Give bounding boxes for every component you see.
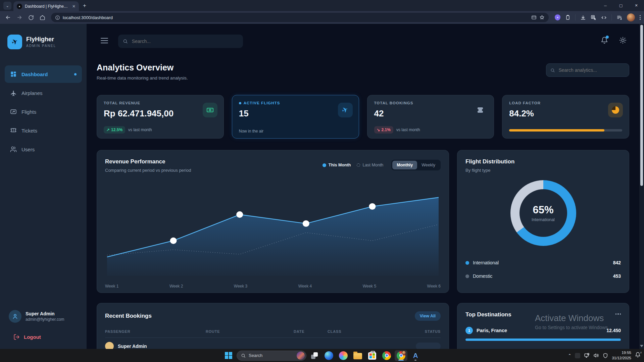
distribution-donut-chart: 65% International [510, 180, 576, 246]
new-tab-button[interactable]: + [83, 2, 86, 9]
search-icon [550, 68, 555, 73]
forward-icon[interactable] [15, 13, 24, 22]
table-row[interactable]: Super Admin [105, 342, 441, 349]
stat-note: vs last month [396, 127, 420, 132]
microsoft-store-button[interactable] [366, 350, 379, 361]
task-view-button[interactable] [308, 350, 321, 361]
browser-menu-icon[interactable] [640, 15, 641, 20]
load-factor-bar-fill [509, 129, 604, 132]
bookmark-star-icon[interactable] [539, 15, 545, 20]
distribution-title: Flight Distribution [465, 158, 621, 165]
site-info-icon[interactable] [55, 15, 60, 20]
reload-icon[interactable] [26, 13, 36, 22]
taskbar-search[interactable]: Search [237, 351, 306, 361]
toolbar-extensions: ✦ [555, 13, 641, 21]
toggle-monthly[interactable]: Monthly [392, 161, 417, 169]
passenger-name: Super Admin [118, 344, 147, 349]
recent-bookings-card: Recent Bookings View All PASSENGER ROUTE… [97, 303, 449, 349]
tab-favicon-icon: ▲ [17, 4, 22, 9]
stat-label: TOTAL BOOKINGS [374, 101, 487, 105]
browser-profile-avatar[interactable] [627, 13, 635, 21]
pinned-app-button[interactable]: A [409, 350, 422, 361]
sidebar-item-dashboard[interactable]: Dashboard [5, 65, 82, 83]
file-explorer-button[interactable] [351, 350, 364, 361]
bookings-table-header: PASSENGER ROUTE DATE CLASS STATUS [105, 329, 441, 333]
stat-value: 42 [374, 108, 487, 119]
toggle-weekly[interactable]: Weekly [417, 161, 440, 169]
window-maximize-button[interactable]: ▢ [613, 0, 629, 11]
chrome-button[interactable] [380, 350, 393, 361]
tray-app-icon[interactable] [575, 353, 580, 358]
user-email: admin@flyhigher.com [26, 317, 64, 322]
browser-toolbar: localhost:3000/dashboard ✦ [0, 11, 644, 24]
analytics-search-input[interactable] [558, 67, 625, 73]
revenue-chart-subtitle: Comparing current period vs previous per… [105, 168, 191, 173]
a-app-icon: A [413, 352, 418, 360]
sidebar-user[interactable]: Super Admin admin@flyhigher.com [9, 310, 64, 323]
copilot-button[interactable] [337, 350, 350, 361]
stat-card-total-bookings[interactable]: TOTAL BOOKINGS 42 ↘2.1% vs last month [367, 95, 494, 139]
global-search[interactable] [118, 35, 243, 48]
view-all-button[interactable]: View All [415, 311, 441, 321]
period-toggle: Monthly Weekly [391, 160, 441, 170]
sidebar-item-users[interactable]: Users [5, 141, 82, 158]
window-close-button[interactable]: ✕ [629, 0, 644, 11]
browser-tab[interactable]: ▲ Dashboard | FlyHigher Admin ✕ [13, 1, 79, 11]
notifications-button[interactable] [601, 37, 608, 45]
translate-icon[interactable] [591, 15, 596, 20]
tab-title: Dashboard | FlyHigher Admin [25, 4, 69, 9]
system-tray: ⌃ 19:55 31/12/2025 z [568, 349, 641, 362]
network-display-icon[interactable] [584, 353, 590, 358]
legend-this-month: This Month [323, 163, 351, 167]
url-bar[interactable]: localhost:3000/dashboard [51, 13, 549, 22]
devtools-code-icon[interactable] [601, 15, 607, 20]
edge-button[interactable] [323, 350, 335, 361]
home-icon[interactable] [38, 13, 47, 22]
tab-close-icon[interactable]: ✕ [71, 3, 76, 9]
back-icon[interactable] [3, 13, 13, 22]
menu-toggle-icon[interactable] [101, 38, 108, 43]
analytics-search[interactable] [546, 63, 629, 77]
taskbar-date: 31/12/2025 [612, 356, 631, 361]
load-factor-progress [509, 129, 622, 132]
stat-card-total-revenue[interactable]: TOTAL REVENUE Rp 62.471.945,00 ↗12.5% vs… [97, 95, 224, 139]
adblock-extension-icon[interactable]: ✦ [555, 14, 560, 20]
search-highlight-image [297, 352, 305, 360]
sidebar: ✈ FlyHigher ADMIN PANEL Dashboard Airpla… [0, 24, 87, 349]
chrome-active-button[interactable] [395, 350, 407, 361]
downloads-icon[interactable] [580, 15, 586, 20]
scrollbar-thumb[interactable] [640, 25, 643, 186]
security-shield-icon[interactable] [603, 353, 608, 358]
do-not-disturb-bell-icon[interactable]: z [635, 352, 641, 359]
page-scrollbar[interactable] [639, 24, 644, 349]
revenue-line-chart [105, 181, 441, 278]
start-button[interactable] [222, 350, 235, 361]
theme-toggle-button[interactable] [619, 37, 627, 45]
more-options-icon[interactable] [615, 313, 621, 315]
user-name: Super Admin [26, 311, 64, 316]
tab-search-button[interactable]: ⌄ [3, 2, 11, 10]
window-minimize-button[interactable]: ─ [598, 0, 613, 11]
reading-list-icon[interactable] [616, 15, 622, 20]
scrollbar-down-arrow-icon[interactable] [640, 345, 643, 347]
x-axis-label: Week 4 [298, 284, 312, 289]
taskbar-clock[interactable]: 19:55 31/12/2025 [612, 350, 631, 361]
sidebar-item-label: Airplanes [21, 90, 43, 96]
stat-card-load-factor[interactable]: LOAD FACTOR 84.2% [502, 95, 629, 139]
x-axis-label: Week 5 [363, 284, 376, 289]
clipboard-extension-icon[interactable] [565, 15, 571, 20]
global-search-input[interactable] [131, 38, 238, 44]
volume-icon[interactable] [593, 353, 599, 358]
sidebar-item-airplanes[interactable]: Airplanes [5, 84, 82, 102]
sidebar-item-flights[interactable]: Flights [5, 103, 82, 120]
search-icon [123, 39, 128, 44]
page-subtitle: Real-time data monitoring and trend anal… [97, 75, 188, 81]
sidebar-item-tickets[interactable]: Tickets [5, 122, 82, 139]
tray-expand-icon[interactable]: ⌃ [568, 353, 571, 358]
windows-logo-icon [225, 352, 232, 359]
stat-cards: TOTAL REVENUE Rp 62.471.945,00 ↗12.5% vs… [97, 95, 629, 139]
stat-card-active-flights[interactable]: ACTIVE FLIGHTS 15 ✈ Now in the air [232, 95, 359, 139]
save-card-icon[interactable] [531, 15, 537, 20]
toolbar-separator [611, 14, 612, 20]
logout-button[interactable]: Logout [13, 334, 41, 340]
